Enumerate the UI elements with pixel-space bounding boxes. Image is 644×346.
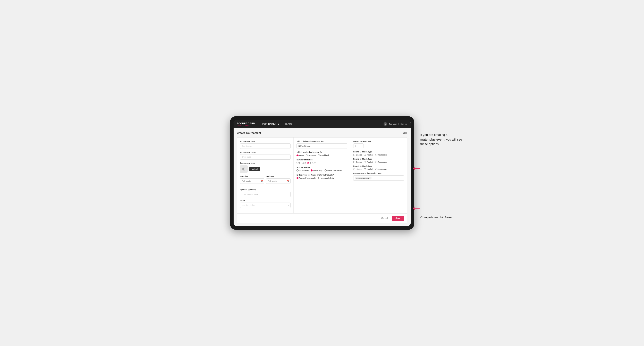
round1-fourball-radio[interactable] (364, 154, 366, 156)
tournament-logo-label: Tournament logo (240, 162, 291, 164)
round1-foursomes-radio[interactable] (376, 154, 378, 156)
gender-mens[interactable]: Mens (296, 154, 304, 156)
gender-womens[interactable]: Womens (306, 154, 316, 156)
annotation-bottom-text-1: Complete and hit (420, 215, 445, 219)
round2-foursomes-radio[interactable] (376, 161, 378, 163)
round1-singles-radio[interactable] (353, 154, 355, 156)
round2-fourball[interactable]: Fourball (364, 161, 373, 163)
gender-womens-label: Womens (308, 154, 316, 156)
scoring-match[interactable]: Match Play (311, 170, 322, 172)
rounds-label: Number of rounds (296, 159, 347, 161)
round2-foursomes[interactable]: Foursomes (376, 161, 387, 163)
tablet-frame: SCOREBOARD Powered by clippit TOURNAMENT… (230, 116, 414, 230)
start-date-input[interactable] (240, 178, 264, 184)
round-2-radio[interactable] (302, 162, 304, 164)
gender-mens-radio[interactable] (296, 154, 298, 156)
gender-womens-radio[interactable] (306, 154, 308, 156)
round3-singles-label: Singles (356, 168, 362, 170)
round1-fourball[interactable]: Fourball (364, 154, 373, 156)
round2-singles[interactable]: Singles (353, 161, 362, 163)
annotation-top-text-1: If you are creating a (420, 133, 448, 137)
round2-singles-radio[interactable] (353, 161, 355, 163)
round1-radio-group: Singles Fourball Foursomes (353, 154, 404, 156)
form-col-middle: Which division is the event for? NCAA Di… (294, 138, 350, 213)
sponsor-input[interactable] (240, 192, 291, 197)
round-3[interactable]: 3 (307, 162, 311, 164)
teams-individuals-radio[interactable] (318, 177, 320, 179)
round-1[interactable]: 1 (296, 162, 300, 164)
gender-field: Which gender is the event for? Mens Wome… (296, 151, 347, 156)
scoring-stroke-radio[interactable] (296, 170, 298, 172)
save-button[interactable]: Save (392, 216, 404, 221)
scoring-match-radio[interactable] (311, 170, 313, 172)
annotation-bottom-text: Complete and hit Save. (420, 215, 464, 220)
username: Test User (389, 123, 397, 125)
round3-foursomes-radio[interactable] (376, 168, 378, 170)
round3-singles-radio[interactable] (353, 168, 355, 170)
round-4-label: 4 (315, 162, 316, 164)
form-col-left: Tournament Host Tournament name Tourname… (237, 138, 294, 213)
round3-fourball-radio[interactable] (364, 168, 366, 170)
gender-combined-radio[interactable] (318, 154, 320, 156)
end-date-label: End date (266, 175, 290, 177)
teams-both[interactable]: Teams (+Individuals) (296, 177, 316, 179)
scoring-medal-label: Medal Match Play (327, 170, 342, 172)
back-link[interactable]: ‹ Back (402, 132, 407, 134)
gender-combined[interactable]: Combined (318, 154, 329, 156)
api-tag-close-icon[interactable]: × (369, 177, 370, 179)
teams-both-radio[interactable] (296, 177, 298, 179)
teams-individuals[interactable]: Individuals Only (318, 177, 334, 179)
end-date-field: End date 📅 (266, 175, 290, 184)
scoring-medal[interactable]: Medal Match Play (324, 170, 342, 172)
round-2[interactable]: 2 (302, 162, 306, 164)
tournament-host-field: Tournament Host (240, 140, 291, 149)
tournament-host-label: Tournament Host (240, 140, 291, 142)
api-select-wrapper[interactable]: Leaderboard King × ▾ (353, 175, 404, 181)
main-content: Create Tournament ‹ Back Tournament Host (234, 128, 410, 226)
round3-fourball[interactable]: Fourball (364, 168, 373, 170)
gender-combined-label: Combined (320, 154, 329, 156)
brand: SCOREBOARD Powered by clippit (237, 122, 255, 126)
form-col-right: Maximum Team Size Round 1 - Match Type S… (350, 138, 407, 213)
tournament-host-input[interactable] (240, 144, 291, 149)
division-select[interactable]: NCAA Division I (296, 144, 347, 149)
round-3-radio[interactable] (307, 162, 309, 164)
cancel-button[interactable]: Cancel (379, 216, 390, 221)
form-grid: Tournament Host Tournament name Tourname… (237, 137, 407, 213)
round1-foursomes[interactable]: Foursomes (376, 154, 387, 156)
round-1-radio[interactable] (296, 162, 298, 164)
round1-singles[interactable]: Singles (353, 154, 362, 156)
round3-singles[interactable]: Singles (353, 168, 362, 170)
sign-out-link[interactable]: Sign out (400, 123, 407, 125)
upload-button[interactable]: Upload (249, 167, 260, 171)
scoring-stroke[interactable]: Stroke Play (296, 170, 308, 172)
round1-fourball-label: Fourball (366, 154, 373, 156)
max-team-size-input[interactable] (353, 144, 364, 148)
end-date-input[interactable] (266, 178, 290, 184)
tab-tournaments[interactable]: TOURNAMENTS (259, 120, 282, 128)
venue-select[interactable]: Search golf club (240, 202, 291, 208)
annotation-top: If you are creating a matchplay event, y… (420, 133, 464, 147)
round2-foursomes-label: Foursomes (378, 161, 387, 163)
page-title: Create Tournament (237, 131, 261, 134)
scoring-medal-radio[interactable] (324, 170, 326, 172)
round-4[interactable]: 4 (312, 162, 316, 164)
tournament-logo-field: Tournament logo Upload (240, 162, 291, 173)
nav-separator: | (398, 123, 399, 125)
end-date-wrapper: 📅 (266, 178, 290, 184)
division-label: Which division is the event for? (296, 140, 347, 142)
sponsor-label: Sponsor (optional) (240, 189, 291, 191)
tab-teams[interactable]: TEAMS (282, 120, 296, 128)
scoring-stroke-label: Stroke Play (299, 170, 308, 172)
round3-foursomes[interactable]: Foursomes (376, 168, 387, 170)
api-field: Use third-party live scoring API? Leader… (353, 172, 404, 181)
round-4-radio[interactable] (312, 162, 314, 164)
tournament-name-input[interactable] (240, 154, 291, 160)
chevron-down-icon: ▾ (402, 177, 403, 179)
round-1-label: 1 (299, 162, 300, 164)
form-footer: Cancel Save (237, 213, 407, 223)
start-date-label: Start date (240, 175, 264, 177)
round-2-label: 2 (304, 162, 306, 164)
round3-fourball-label: Fourball (366, 168, 373, 170)
round2-fourball-radio[interactable] (364, 161, 366, 163)
